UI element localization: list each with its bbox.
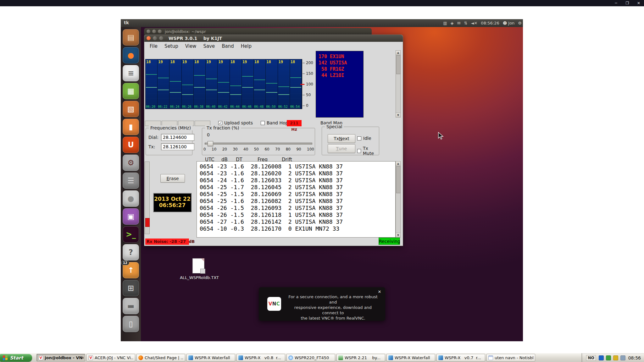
host-close-button[interactable]: ✕ xyxy=(636,0,641,6)
taskbar-item[interactable]: WSPR220_FT450 xyxy=(286,354,335,361)
session-user[interactable]: ☻ Jon xyxy=(503,21,515,25)
host-minimize-button[interactable]: ─ xyxy=(613,0,619,6)
popup-close-icon[interactable]: ✕ xyxy=(377,289,382,294)
session-gear-icon[interactable]: ⚙ xyxy=(518,21,522,25)
checkbox-box[interactable] xyxy=(261,121,265,125)
tx-fraction-slider[interactable] xyxy=(205,141,312,145)
launcher-system-settings[interactable]: ⚙ xyxy=(123,155,139,171)
network-arrows-icon[interactable]: ⇅ xyxy=(464,21,468,25)
terminal-close-icon[interactable] xyxy=(147,30,150,33)
taskbar-clock[interactable]: 08:56 xyxy=(628,355,641,360)
scroll-down-icon[interactable]: ▼ xyxy=(396,233,400,237)
scroll-thumb[interactable] xyxy=(396,166,401,193)
mail-icon[interactable]: ✉ xyxy=(457,21,461,25)
slider-handle[interactable] xyxy=(208,141,213,146)
taskbar-item[interactable]: WSPR 2.21 by... xyxy=(336,354,385,361)
terminal-maximize-icon[interactable] xyxy=(158,30,162,33)
volume-tray-icon[interactable] xyxy=(620,355,625,360)
home-folder-icon: ▤ xyxy=(127,34,135,41)
host-restore-button[interactable]: ❐ xyxy=(625,0,630,6)
taskbar-item[interactable]: WSPR-X Waterfall xyxy=(186,354,235,361)
waterfall-segment: 1906:46 xyxy=(242,59,254,109)
launcher-libreoffice-impress[interactable]: ▧ xyxy=(123,101,139,117)
erase-button[interactable]: Erase xyxy=(160,174,185,183)
chat-tray-icon[interactable] xyxy=(606,355,611,360)
rx-noise-status: Rx Noise: -28 -27 dB xyxy=(145,239,189,245)
vnc-icon: V xyxy=(88,355,93,360)
taskbar-item-label: Chat/Sked Page | ... xyxy=(145,355,183,360)
software-center-icon: ▮ xyxy=(129,123,133,131)
volume-muted-icon[interactable]: ◄✕ xyxy=(471,21,477,25)
checkbox-label: Idle xyxy=(363,136,371,141)
launcher-workspace-switcher[interactable]: ⊞ xyxy=(123,280,139,296)
terminal-minimize-icon[interactable] xyxy=(152,30,156,33)
checkbox-box[interactable] xyxy=(357,149,361,153)
vnc-popup-text-line: the latest VNC® from RealVNC. xyxy=(286,315,380,321)
taskbar-item[interactable]: Vjon@oldbox - VNC ... xyxy=(36,354,85,361)
menu-band[interactable]: Band xyxy=(218,42,237,50)
spots-scrollbar[interactable]: ▲ ▼ xyxy=(396,161,401,238)
tx-mute-checkbox[interactable]: Tx Mute xyxy=(357,146,379,156)
taskbar-item[interactable]: WSPR-X Waterfall xyxy=(386,354,435,361)
language-indicator[interactable]: NO xyxy=(586,355,596,361)
wspr-titlebar[interactable]: WSPR 3.0.1 by K1JT xyxy=(144,35,403,42)
taskbar-item[interactable]: uten navn - Notisbl... xyxy=(486,354,535,361)
launcher-external-drive[interactable]: ▬ xyxy=(123,298,139,314)
upload-spots-checkbox[interactable]: ✓ Upload spots xyxy=(218,120,253,125)
tx-fraction-legend: Tx fraction (%) xyxy=(205,125,241,130)
tx-frequency-input[interactable]: 28.126100 xyxy=(161,143,194,150)
update-tray-icon[interactable] xyxy=(613,355,618,360)
menu-file[interactable]: File xyxy=(146,42,161,50)
menu-view[interactable]: View xyxy=(182,42,200,50)
dial-frequency-input[interactable]: 28.124600 xyxy=(161,134,194,141)
launcher-trash[interactable]: ▯ xyxy=(123,316,139,332)
taskbar-item[interactable]: Chat/Sked Page | ... xyxy=(136,354,185,361)
launcher-firefox[interactable]: ● xyxy=(123,47,139,63)
desktop-file-icon[interactable] xyxy=(192,258,206,274)
wspr-close-icon[interactable] xyxy=(147,36,151,40)
launcher-ubuntu-one[interactable]: U xyxy=(123,137,139,153)
launcher-software-center[interactable]: ▮ xyxy=(123,119,139,135)
launcher-media-app[interactable]: ▣ xyxy=(123,208,139,225)
launcher-preferences[interactable]: ☰ xyxy=(123,173,139,189)
wspr-maximize-icon[interactable] xyxy=(159,36,163,40)
launcher-help[interactable]: ? xyxy=(123,244,139,261)
spots-list[interactable]: 0654 -23 -1.6 28.126008 1 US7ISA KN88 37… xyxy=(197,161,396,238)
taskbar-item[interactable]: VACER-JOJ - VNC Vi... xyxy=(86,354,135,361)
launcher-text-editor[interactable]: ≡ xyxy=(123,65,139,81)
idle-checkbox[interactable]: Idle xyxy=(357,136,371,141)
wspr-title: WSPR 3.0.1 by K1JT xyxy=(169,36,222,41)
vnc-tray-icon[interactable] xyxy=(599,355,604,360)
panel-clock[interactable]: 08:56:26 xyxy=(481,21,499,25)
desktop-file-label[interactable]: ALL_WSPRoldb.TXT xyxy=(169,275,230,280)
scroll-thumb[interactable] xyxy=(396,55,401,74)
display-icon[interactable]: ▥ xyxy=(443,21,447,25)
launcher-libreoffice-calc[interactable]: ▦ xyxy=(123,83,139,99)
scale-tick: 200 xyxy=(306,61,315,65)
launcher-software-updater[interactable]: ↑12 xyxy=(123,262,139,278)
launcher-terminal[interactable]: >_ xyxy=(123,226,139,243)
launcher-sphere-app[interactable]: ● xyxy=(123,190,139,207)
menu-help[interactable]: Help xyxy=(237,42,255,50)
scroll-up-icon[interactable]: ▲ xyxy=(396,162,400,166)
taskbar-item[interactable]: WSPR-X v0.8 r... xyxy=(236,354,285,361)
tx-next-button[interactable]: Tx Next xyxy=(328,134,355,143)
menu-save[interactable]: Save xyxy=(200,42,218,50)
vnc-popup-text-line: responsive experience, download and conn… xyxy=(286,305,380,315)
start-button[interactable]: Start xyxy=(0,354,32,362)
band-hop-checkbox[interactable]: Band Hop xyxy=(261,120,288,125)
wspr-minimize-icon[interactable] xyxy=(153,36,157,40)
taskbar-item-label: ACER-JOJ - VNC Vi... xyxy=(95,355,133,360)
tray-icons xyxy=(599,355,625,360)
upper-scrollbar[interactable]: ▲ ▼ xyxy=(396,50,401,118)
tune-button[interactable]: Tune xyxy=(328,144,355,153)
checkbox-box[interactable]: ✓ xyxy=(218,121,222,125)
checkbox-box[interactable] xyxy=(357,136,361,140)
launcher-home-folder[interactable]: ▤ xyxy=(123,29,139,46)
menu-setup[interactable]: Setup xyxy=(161,42,182,50)
scroll-up-icon[interactable]: ▲ xyxy=(396,51,400,55)
taskbar-item[interactable]: WSPR-X v0.7 r... xyxy=(436,354,485,361)
scroll-down-icon[interactable]: ▼ xyxy=(396,113,400,117)
shield-icon[interactable]: ◈ xyxy=(451,21,454,25)
scale-tick: 0 xyxy=(306,103,315,108)
